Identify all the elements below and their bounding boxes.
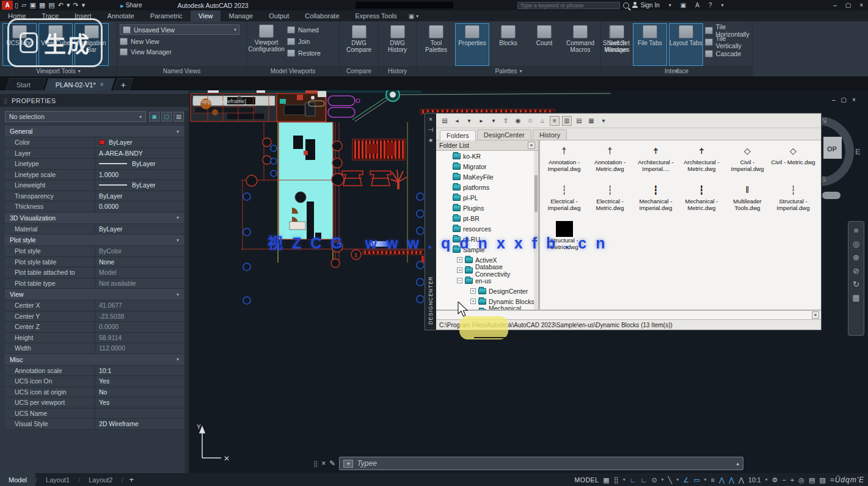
ribbon-menu-item[interactable]: Cascade [705,48,749,59]
property-row[interactable]: LayerA-AREA-BNDY [5,148,184,159]
sign-in-button[interactable]: Sign In [641,2,660,9]
panel-title-compare[interactable]: Compare [340,66,378,76]
property-row[interactable]: Height58.9114 [5,333,184,344]
ribbon-tab[interactable]: Express Tools [348,10,405,21]
property-row[interactable]: UCS icon OnYes [5,376,184,387]
command-expand-icon[interactable]: ▴ [736,460,739,466]
property-row[interactable]: UCS per viewportYes [5,397,184,408]
ribbon-tab[interactable]: Manage [221,10,261,21]
navbar-icon[interactable]: ⊕ [853,253,859,261]
dc-toolbar-icon[interactable]: ⇧ [501,116,511,126]
search-icon[interactable] [623,2,629,9]
ribbon-tab[interactable]: View [191,10,221,21]
help-dropdown-icon[interactable]: ▾ [721,2,723,8]
panel-title-named-views[interactable]: Named Views [117,66,246,76]
ribbon-tab[interactable]: Output [261,10,297,21]
status-icon[interactable]: ≡ [711,474,715,486]
dc-toolbar-icon[interactable]: ◂ [452,116,462,126]
qat-icon[interactable]: ▱ [21,1,26,10]
command-customize-icon[interactable]: ✎ [329,459,335,468]
tree-expander-icon[interactable] [445,216,450,221]
dc-toolbar-icon[interactable]: ▤ [574,116,584,126]
dc-toolbar-icon[interactable]: ☆ [525,116,535,126]
qat-icon[interactable]: ▤ [48,1,54,10]
designcenter-tab[interactable]: History [533,129,567,140]
command-close-icon[interactable]: × [321,459,326,468]
status-icon[interactable]: + [790,474,794,486]
ribbon-menu-item[interactable]: Restore [287,48,321,58]
ribbon-menu-item[interactable]: Tile Horizontally [705,25,749,35]
property-row[interactable]: Plot styleByColor [5,246,184,257]
model-space-indicator[interactable]: MODEL [574,476,599,484]
property-row[interactable]: Center Y-23.5038 [5,311,184,322]
tree-item[interactable]: pl-PL [436,192,538,203]
ribbon-menu-item[interactable]: Named [287,24,321,35]
designcenter-tab[interactable]: DesignCenter [477,129,531,140]
status-icon[interactable]: ∟ [641,474,647,486]
property-row[interactable]: Thickness0.0000 [5,201,184,212]
qat-icon[interactable]: ▯ [15,1,18,10]
status-icon[interactable]: ▦ [603,474,609,486]
section-header[interactable]: General▾ [5,126,184,137]
tree-item[interactable]: MaKeyFile [436,172,538,182]
dc-toolbar-icon[interactable]: ◉ [513,116,523,126]
model-tab[interactable]: Model [0,473,35,486]
block-item[interactable]: ┆Structural - Imperial.dwg [770,182,816,221]
tree-item[interactable]: Database Connectivity [436,265,538,275]
status-icon[interactable]: ╲ [668,474,673,486]
ribbon-tab-extra-icon[interactable]: ▣▾ [409,13,418,21]
block-item[interactable]: ◇Civil - Metric.dwg [770,143,816,182]
tree-item[interactable]: platforms [436,182,538,192]
properties-tool-icon[interactable]: ▣ [149,112,159,122]
dc-toolbar-icon[interactable]: ▸ [476,116,486,126]
selection-dropdown[interactable]: No selection▾ [5,111,146,122]
designcenter-close-icon[interactable]: × [429,116,432,123]
property-row[interactable]: Linetype scale1.0000 [5,170,184,181]
minimize-button[interactable]: – [833,2,837,9]
search-input[interactable] [517,2,620,9]
status-icon[interactable]: ⋀ [729,474,734,486]
status-icon[interactable]: ⊙ [651,474,657,486]
new-layout-button[interactable]: + [123,475,140,484]
tree-expander-icon[interactable] [457,278,462,283]
panel-title-viewport-tools[interactable]: Viewport Tools▾ [0,66,117,76]
block-item[interactable]: ┆Electrical - Imperial.dwg [541,182,587,221]
tree-item[interactable]: pt-BR [436,213,538,223]
command-recent-icon[interactable]: ▾ [343,460,353,468]
status-icon[interactable]: ⋀ [719,474,724,486]
navbar-icon[interactable]: ▦ [852,294,859,302]
layout2-tab[interactable]: Layout2 [80,473,121,486]
ribbon-button[interactable]: Command Macros [563,23,597,66]
property-row[interactable]: Plot table typeNot available [5,278,184,289]
navbar-icon[interactable]: ≡ [854,227,859,234]
tree-expander-icon[interactable] [470,288,476,294]
unsaved-view-dropdown[interactable]: Unsaved View▾ [120,24,239,35]
property-row[interactable]: UCS Name [5,408,184,419]
properties-title[interactable]: ⣿PROPERTIES [0,94,189,107]
qat-icon[interactable]: ↷ [73,1,79,10]
status-icon[interactable]: ⣿ [614,474,619,486]
status-icon[interactable]: ∟ [630,474,636,486]
ribbon-menu-item[interactable]: Join [287,36,321,46]
property-row[interactable]: Annotation scale10:1 [5,366,184,377]
status-icon[interactable]: ▭ [693,474,699,486]
help-icon[interactable]: ? [709,2,712,9]
ribbon-tab[interactable]: Collaborate [297,10,347,21]
properties-tool-icon[interactable]: ▤ [173,112,184,122]
tree-item[interactable]: ko-KR [436,151,538,161]
property-row[interactable]: Visual Style2D Wireframe [5,419,184,430]
status-icon[interactable]: ▾ [623,474,625,486]
switch-windows-button[interactable]: Switch Windows [604,23,631,66]
block-item[interactable]: ϮArchitectural - Imperial.... [633,143,679,182]
tree-expander-icon[interactable] [445,164,450,169]
status-icon[interactable]: ∠ [683,474,689,486]
status-icon[interactable]: ▾ [765,474,768,486]
tree-expander-icon[interactable] [457,257,462,263]
dc-toolbar-icon[interactable]: ▾ [489,116,498,126]
command-input[interactable]: ▾ Typee ▴ [339,457,743,470]
sign-in-dropdown-icon[interactable]: ▾ [669,2,671,8]
tree-expander-icon[interactable] [457,267,462,273]
property-row[interactable]: Plot table attached toModel [5,267,184,278]
property-row[interactable]: TransparencyByLayer [5,191,184,202]
section-header[interactable]: 3D Visualization▾ [5,212,184,224]
